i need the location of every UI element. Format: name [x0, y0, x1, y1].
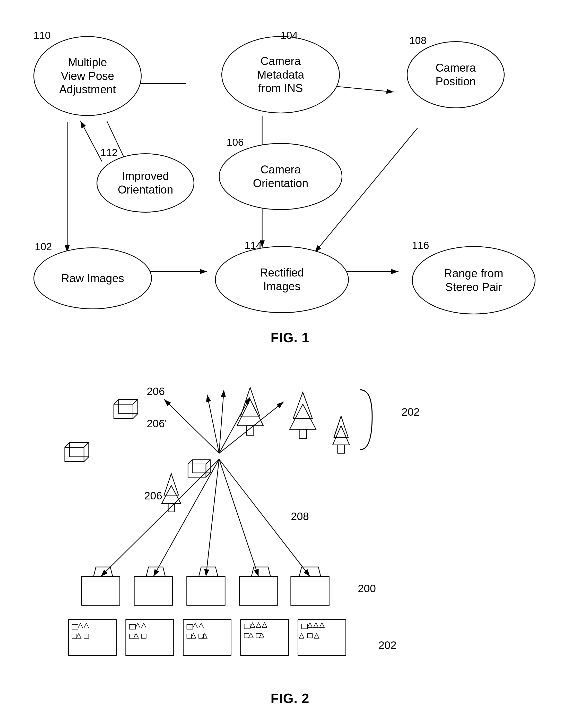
svg-rect-25: [247, 426, 254, 435]
svg-marker-45: [93, 567, 112, 576]
svg-line-100: [206, 473, 210, 477]
svg-marker-94: [162, 486, 181, 503]
ref-104: 104: [281, 30, 298, 41]
svg-marker-75: [202, 633, 207, 638]
ref-200: 200: [358, 582, 376, 595]
svg-rect-96: [188, 464, 206, 477]
svg-rect-86: [302, 624, 308, 629]
svg-marker-79: [256, 623, 261, 628]
node-improved-orientation: Improved Orientation: [96, 153, 194, 213]
ref-110: 110: [33, 30, 51, 41]
svg-rect-54: [68, 620, 116, 655]
svg-marker-30: [334, 416, 348, 438]
svg-rect-28: [299, 429, 306, 438]
ref-206-prime: 206': [147, 417, 167, 430]
svg-marker-23: [241, 387, 260, 416]
svg-rect-32: [338, 445, 344, 453]
svg-rect-48: [187, 576, 225, 605]
svg-marker-51: [251, 567, 270, 576]
ref-206-bottom: 206: [144, 490, 162, 502]
svg-marker-63: [135, 623, 140, 628]
ref-114: 114: [245, 240, 262, 251]
fig1-title: FIG. 1: [21, 330, 559, 345]
svg-rect-13: [114, 404, 133, 418]
svg-rect-61: [126, 620, 174, 655]
svg-rect-82: [256, 633, 261, 638]
svg-rect-59: [84, 634, 89, 638]
svg-marker-49: [199, 567, 218, 576]
svg-rect-68: [183, 620, 231, 655]
page-container: Camera Metadata from INS 104 Multiple Vi…: [0, 0, 580, 728]
svg-rect-95: [168, 503, 174, 512]
node-raw-images: Raw Images: [33, 248, 152, 309]
ref-206-top: 206: [147, 385, 165, 398]
svg-marker-88: [313, 623, 319, 628]
svg-marker-84: [259, 633, 264, 638]
svg-marker-87: [308, 623, 312, 628]
svg-line-17: [133, 414, 138, 419]
ref-108: 108: [409, 35, 426, 46]
svg-rect-66: [141, 634, 146, 638]
svg-marker-60: [76, 633, 81, 638]
svg-marker-31: [333, 426, 349, 445]
svg-rect-19: [70, 442, 88, 457]
svg-marker-29: [334, 416, 341, 438]
svg-rect-72: [187, 634, 192, 638]
svg-rect-69: [187, 624, 193, 629]
ref-202-top: 202: [402, 406, 420, 418]
svg-line-40: [206, 459, 219, 576]
node-camera-orientation: Camera Orientation: [219, 143, 342, 210]
svg-marker-92: [314, 633, 319, 638]
svg-rect-73: [199, 634, 204, 638]
svg-line-36: [219, 397, 250, 453]
svg-marker-26: [293, 392, 312, 418]
svg-marker-27: [289, 404, 316, 429]
ref-208: 208: [291, 510, 309, 523]
svg-marker-71: [199, 623, 204, 628]
svg-line-39: [154, 459, 219, 576]
svg-rect-81: [244, 633, 249, 638]
svg-marker-56: [78, 623, 83, 628]
svg-line-21: [84, 442, 89, 447]
svg-rect-76: [241, 620, 288, 655]
ref-102: 102: [35, 241, 52, 253]
svg-rect-62: [130, 624, 135, 629]
ref-202-bottom: 202: [379, 639, 396, 651]
svg-line-99: [206, 460, 210, 464]
fig2-container: 206 206' 206 208 200 202 202 FIG. 2: [21, 356, 559, 711]
svg-marker-47: [146, 567, 165, 576]
svg-line-16: [133, 399, 138, 404]
svg-line-38: [101, 459, 219, 576]
svg-rect-18: [65, 447, 84, 462]
svg-line-22: [84, 457, 89, 462]
svg-rect-46: [134, 576, 172, 605]
svg-marker-57: [84, 623, 89, 628]
svg-marker-70: [193, 623, 198, 628]
fig2-svg: [21, 356, 559, 711]
svg-rect-65: [130, 634, 134, 638]
svg-rect-52: [291, 576, 329, 605]
svg-line-33: [164, 399, 219, 453]
ref-112: 112: [101, 147, 118, 158]
node-camera-metadata: Camera Metadata from INS: [221, 36, 340, 113]
svg-marker-80: [262, 623, 267, 628]
svg-line-43: [219, 459, 279, 512]
svg-rect-58: [72, 634, 77, 638]
svg-marker-93: [164, 474, 178, 495]
svg-rect-50: [240, 576, 278, 605]
svg-marker-67: [134, 633, 138, 638]
svg-line-41: [219, 459, 258, 576]
svg-rect-55: [72, 624, 78, 629]
svg-marker-78: [250, 623, 255, 628]
svg-line-37: [219, 402, 284, 453]
ref-106: 106: [226, 136, 244, 148]
svg-marker-89: [320, 623, 324, 628]
svg-marker-64: [141, 623, 146, 628]
svg-rect-44: [82, 576, 120, 605]
svg-marker-90: [299, 633, 304, 638]
node-camera-position: Camera Position: [407, 41, 504, 108]
svg-rect-14: [119, 399, 138, 414]
svg-line-5: [80, 121, 102, 161]
svg-marker-24: [237, 399, 264, 426]
svg-rect-77: [244, 624, 250, 629]
